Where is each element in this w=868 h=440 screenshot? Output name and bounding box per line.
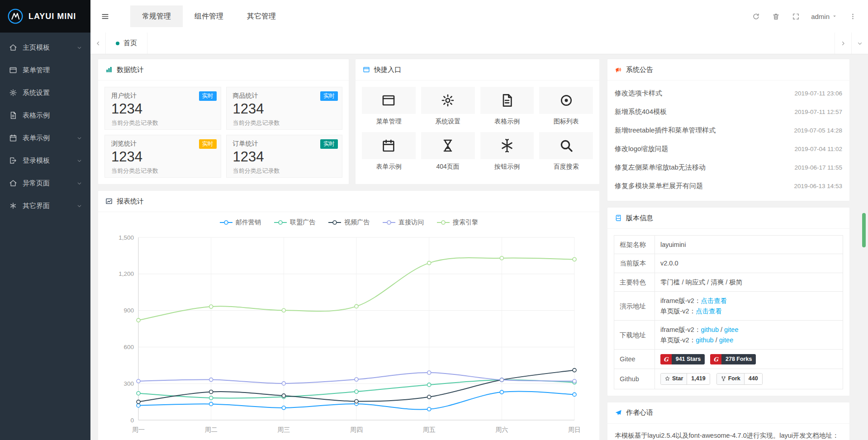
table-row: 当前版本 v2.0.0	[614, 254, 843, 273]
chevron-down-icon	[857, 40, 863, 47]
gitee-logo-icon: G	[660, 354, 672, 364]
quick-entry[interactable]: 按钮示例	[480, 132, 534, 171]
caret-down-icon	[832, 14, 837, 19]
tab-home[interactable]: 首页	[106, 33, 147, 54]
svg-text:周五: 周五	[423, 426, 436, 433]
chart-legend: 邮件营销联盟广告视频广告直接访问搜索引擎	[98, 218, 599, 227]
gitee-badges: G941 Stars G278 Forks	[655, 350, 843, 369]
download-links: iframe版-v2：github / gitee 单页版-v2：github …	[655, 321, 843, 350]
stat-desc: 当前分类总记录数	[111, 119, 214, 127]
collapse-menu-button[interactable]	[90, 0, 119, 33]
quick-entry[interactable]: 表格示例	[480, 87, 534, 126]
chevron-down-icon	[76, 135, 82, 141]
stats-grid: 实时 用户统计 1234 当前分类总记录数 实时 商品统计 1234 当前分类总…	[98, 80, 349, 184]
quick-entry-card: 快捷入口 菜单管理 系统设置 表格示例 图标列表 表单示例 404页面 按钮示例…	[355, 59, 600, 185]
notice-list: 修改选项卡样式 2019-07-11 23:06 新增系统404模板 2019-…	[607, 80, 849, 201]
line-chart: 03006009001,2001,500周一周二周三周四周五周六周日	[107, 229, 591, 440]
legend-item[interactable]: 搜索引擎	[436, 218, 478, 227]
sidebar-item[interactable]: 系统设置	[0, 81, 90, 104]
gitee-logo-icon: G	[710, 354, 721, 364]
tab-operations-button[interactable]	[851, 33, 868, 54]
sidebar-item[interactable]: 异常页面	[0, 172, 90, 194]
asterisk-icon	[9, 202, 17, 210]
quick-entry[interactable]: 百度搜索	[539, 132, 593, 171]
page-scrollbar-thumb[interactable]	[862, 213, 866, 247]
sidebar-item[interactable]: 表单示例	[0, 127, 90, 149]
download-github-link[interactable]: github	[701, 326, 719, 333]
header-tab[interactable]: 其它管理	[235, 5, 288, 27]
quick-entry[interactable]: 图标列表	[539, 87, 593, 126]
quick-entry-label: 404页面	[421, 163, 475, 171]
notice-item[interactable]: 修改logo缩放问题 2019-07-04 11:02	[615, 140, 842, 158]
calendar-icon	[381, 138, 396, 153]
tab-scroll-right-button[interactable]	[835, 33, 851, 54]
gitee-stars-badge[interactable]: G941 Stars	[660, 354, 705, 364]
status-badge: 实时	[199, 139, 217, 149]
header-tab[interactable]: 组件管理	[183, 5, 235, 27]
tab-bar: 首页	[90, 33, 868, 54]
sidebar-item[interactable]: 主页模板	[0, 36, 90, 59]
gitee-forks-badge[interactable]: G278 Forks	[710, 354, 756, 364]
legend-item[interactable]: 直接访问	[382, 218, 424, 227]
main-content: 数据统计 实时 用户统计 1234 当前分类总记录数 实时 商品统计 1234 …	[90, 54, 868, 440]
quick-entry[interactable]: 菜单管理	[362, 87, 416, 126]
notice-item[interactable]: 修复多模块菜单栏展开有问题 2019-06-13 14:53	[615, 177, 842, 195]
stat-desc: 当前分类总记录数	[233, 167, 336, 175]
author-text: 本模板基于layui2.5.4以及font-awesome-4.7.0进行实现。…	[607, 424, 849, 440]
notice-item[interactable]: 修复左侧菜单缩放tab无法移动 2019-06-17 11:55	[615, 158, 842, 177]
fullscreen-button[interactable]	[786, 0, 806, 33]
sidebar-item[interactable]: 其它界面	[0, 194, 90, 217]
demo-onepage-link[interactable]: 点击查看	[696, 308, 722, 315]
chevron-down-icon	[76, 180, 82, 186]
legend-item[interactable]: 视频广告	[328, 218, 370, 227]
download-github-link[interactable]: github	[696, 336, 714, 344]
notice-time: 2019-07-11 12:57	[794, 109, 842, 115]
gears-icon	[9, 89, 17, 97]
github-fork-badge[interactable]: Fork440	[716, 373, 763, 384]
quick-entry-label: 按钮示例	[480, 163, 534, 171]
quick-entry[interactable]: 系统设置	[421, 87, 475, 126]
clear-cache-button[interactable]	[766, 0, 786, 33]
download-gitee-link[interactable]: gitee	[724, 326, 738, 333]
stat-box: 实时 用户统计 1234 当前分类总记录数	[104, 87, 221, 130]
table-row: 主要特色 零门槛 / 响应式 / 清爽 / 极简	[614, 273, 843, 291]
home-icon	[9, 179, 17, 187]
tab-scroll-left-button[interactable]	[90, 33, 106, 54]
sidebar-item[interactable]: 菜单管理	[0, 59, 90, 81]
quick-entry-label: 表格示例	[480, 118, 534, 126]
logo[interactable]: LAYUI MINI	[0, 0, 90, 33]
quick-entry[interactable]: 表单示例	[362, 132, 416, 171]
quick-entry-label: 菜单管理	[362, 118, 416, 126]
tab-home-label: 首页	[123, 39, 137, 47]
legend-item[interactable]: 邮件营销	[219, 218, 261, 227]
more-menu-button[interactable]	[843, 0, 863, 33]
chevron-down-icon	[76, 45, 82, 51]
notice-item[interactable]: 修改选项卡样式 2019-07-11 23:06	[615, 84, 842, 103]
legend-item[interactable]: 联盟广告	[274, 218, 315, 227]
quick-entry[interactable]: 404页面	[421, 132, 475, 171]
status-badge: 实时	[320, 91, 338, 101]
notice-time: 2019-06-13 14:53	[794, 183, 842, 189]
current-version: v2.0.0	[655, 254, 843, 273]
refresh-button[interactable]	[746, 0, 766, 33]
author-words-card: 作者心语 本模板基于layui2.5.4以及font-awesome-4.7.0…	[607, 402, 850, 440]
notice-time: 2019-06-17 11:55	[794, 164, 842, 171]
stat-value: 1234	[233, 101, 336, 117]
notice-item[interactable]: 新增treetable插件和菜单管理样式 2019-07-05 14:28	[615, 121, 842, 140]
demo-iframe-link[interactable]: 点击查看	[701, 297, 727, 304]
quick-entry-label: 表单示例	[362, 163, 416, 171]
app-title: LAYUI MINI	[28, 12, 76, 21]
sidebar-item[interactable]: 登录模板	[0, 149, 90, 172]
more-vertical-icon	[849, 13, 857, 20]
header-tab[interactable]: 常规管理	[130, 5, 183, 27]
github-star-badge[interactable]: Star1,419	[660, 373, 710, 384]
user-menu[interactable]: admin	[806, 0, 843, 33]
tab-active-dot	[116, 42, 119, 45]
stat-box: 实时 商品统计 1234 当前分类总记录数	[226, 87, 343, 130]
notice-time: 2019-07-04 11:02	[794, 146, 842, 152]
svg-text:300: 300	[123, 380, 134, 387]
sidebar-item[interactable]: 表格示例	[0, 104, 90, 127]
card-title: 系统公告	[626, 66, 653, 74]
download-gitee-link[interactable]: gitee	[719, 336, 733, 344]
notice-item[interactable]: 新增系统404模板 2019-07-11 12:57	[615, 103, 842, 121]
